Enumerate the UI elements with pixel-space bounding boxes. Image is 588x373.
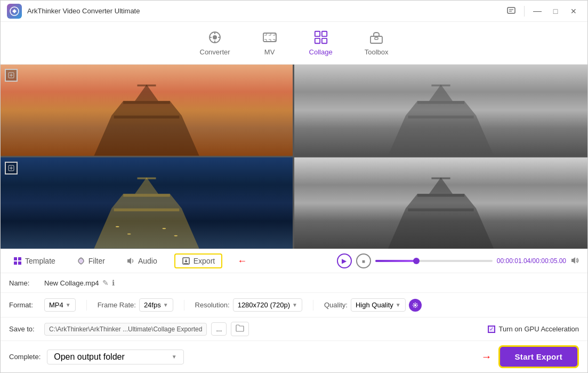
format-select[interactable]: MP4 ▼ [44, 298, 76, 312]
play-button[interactable]: ▶ [337, 253, 352, 268]
framerate-group: Frame Rate: 24fps ▼ [98, 298, 173, 312]
export-arrow-indicator: ← [237, 256, 247, 267]
svg-rect-14 [321, 38, 326, 43]
svg-point-47 [414, 304, 416, 306]
tab-template[interactable]: Template [9, 255, 60, 267]
app-logo [7, 4, 22, 19]
collage-right-column [294, 65, 588, 249]
navbar: Converter MV Collage [1, 22, 587, 65]
time-display: 00:00:01.04/00:00:05.00 [497, 257, 566, 265]
collage-cell-4[interactable] [294, 156, 588, 249]
progress-bar[interactable] [375, 260, 493, 262]
svg-rect-1 [508, 7, 515, 13]
stop-button[interactable]: ■ [356, 253, 371, 268]
svg-rect-12 [321, 31, 326, 36]
svg-rect-36 [431, 178, 450, 179]
complete-value: Open output folder [54, 352, 125, 362]
quality-settings-icon[interactable] [409, 299, 422, 312]
svg-point-31 [162, 228, 166, 229]
svg-rect-27 [114, 209, 179, 211]
resolution-value: 1280x720 (720p) [238, 301, 290, 309]
complete-select[interactable]: Open output folder ▼ [47, 350, 183, 364]
complete-label: Complete: [9, 353, 41, 361]
tab-label-export: Export [194, 257, 215, 265]
nav-label-mv: MV [264, 48, 275, 56]
minimize-button[interactable]: — [530, 4, 545, 19]
name-label: Name: [9, 279, 36, 287]
edit-filename-icon[interactable]: ✎ [102, 279, 109, 287]
tab-row: Template Filter Audio [1, 249, 587, 273]
gpu-checkbox[interactable]: ✓ [488, 326, 495, 333]
quality-select[interactable]: High Quality ▼ [351, 298, 406, 312]
svg-rect-33 [431, 85, 450, 86]
gpu-acceleration-group: ✓ Turn on GPU Acceleration [488, 325, 579, 333]
folder-button[interactable] [231, 322, 249, 336]
divider-1 [86, 300, 87, 311]
save-path-text: C:\ArkThinker\ArkThinker ...Ultimate\Col… [44, 323, 207, 336]
quality-value: High Quality [356, 301, 393, 309]
volume-icon[interactable] [570, 256, 579, 266]
window-controls: — □ ✕ [504, 4, 581, 19]
svg-point-30 [127, 234, 131, 235]
svg-rect-38 [417, 194, 464, 196]
format-row: Format: MP4 ▼ Frame Rate: 24fps ▼ Resolu… [1, 293, 587, 318]
svg-rect-11 [315, 31, 319, 36]
nav-item-toolbox[interactable]: Toolbox [365, 30, 389, 56]
tab-audio[interactable]: Audio [122, 255, 162, 267]
svg-point-32 [174, 235, 178, 236]
framerate-arrow-icon: ▼ [163, 302, 168, 308]
nav-item-mv[interactable]: MV [262, 30, 277, 56]
quality-arrow-icon: ▼ [396, 302, 401, 308]
collage-cell-1[interactable] [1, 65, 293, 156]
svg-rect-13 [315, 38, 319, 43]
quality-label: Quality: [324, 301, 348, 309]
resolution-label: Resolution: [195, 301, 230, 309]
titlebar-separator [524, 6, 525, 17]
collage-cell-2[interactable] [1, 156, 293, 249]
framerate-select[interactable]: 24fps ▼ [139, 298, 173, 312]
divider-3 [313, 300, 313, 311]
format-arrow-icon: ▼ [66, 302, 71, 308]
svg-marker-46 [571, 257, 575, 264]
tab-label-template: Template [25, 257, 55, 265]
tab-export[interactable]: Export [174, 253, 222, 268]
nav-label-toolbox: Toolbox [365, 48, 389, 56]
chat-button[interactable] [504, 4, 519, 19]
tab-label-audio: Audio [138, 257, 157, 265]
start-export-arrow-icon: → [481, 351, 492, 363]
resolution-group: Resolution: 1280x720 (720p) ▼ [195, 298, 302, 312]
app-title: ArkThinker Video Converter Ultimate [27, 7, 504, 15]
close-button[interactable]: ✕ [566, 4, 581, 19]
browse-button[interactable]: ... [211, 322, 227, 336]
svg-rect-21 [114, 116, 179, 118]
tab-filter[interactable]: Filter [73, 255, 109, 267]
name-row: Name: New Collage.mp4 ✎ ℹ [1, 273, 587, 293]
framerate-value: 24fps [144, 301, 161, 309]
svg-marker-43 [127, 258, 131, 264]
complete-group: Complete: Open output folder ▼ [9, 350, 184, 364]
preview-area [1, 65, 587, 249]
svg-rect-34 [408, 116, 473, 118]
collage-grid [1, 65, 587, 249]
resolution-select[interactable]: 1280x720 (720p) ▼ [233, 298, 302, 312]
svg-rect-37 [408, 209, 473, 211]
quality-group: Quality: High Quality ▼ [324, 298, 422, 312]
maximize-button[interactable]: □ [548, 4, 563, 19]
svg-rect-16 [375, 37, 378, 39]
divider-2 [184, 300, 184, 311]
save-row: Save to: C:\ArkThinker\ArkThinker ...Ult… [1, 318, 587, 341]
collage-cell-3[interactable] [294, 65, 588, 156]
checkbox-check-icon: ✓ [489, 326, 494, 332]
svg-point-29 [116, 226, 119, 227]
timeline-controls: ▶ ■ 00:00:01.04/00:00:05.00 [337, 253, 579, 268]
svg-rect-22 [123, 101, 170, 104]
info-icon[interactable]: ℹ [112, 279, 115, 287]
gpu-label: Turn on GPU Acceleration [498, 325, 579, 333]
nav-item-converter[interactable]: Converter [200, 30, 230, 56]
nav-label-converter: Converter [200, 48, 230, 56]
svg-rect-10 [263, 33, 276, 42]
svg-rect-40 [18, 257, 21, 260]
start-export-button[interactable]: Start Export [498, 345, 579, 368]
nav-item-collage[interactable]: Collage [309, 30, 333, 56]
svg-rect-28 [123, 194, 170, 196]
